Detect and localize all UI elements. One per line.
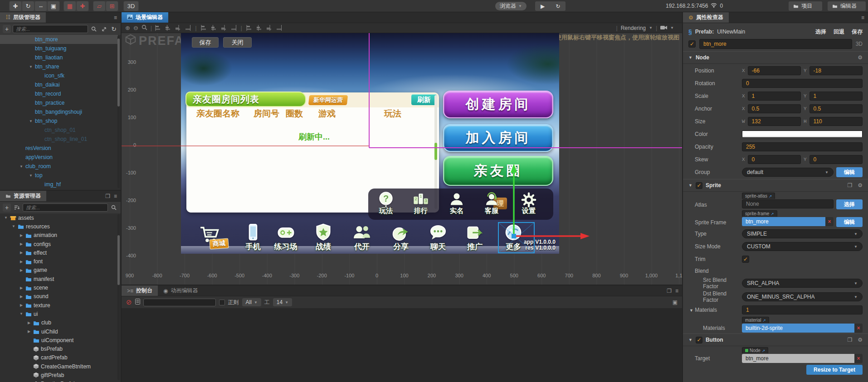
tab-assets[interactable]: 资源管理器 xyxy=(0,191,46,201)
camera-icon[interactable] xyxy=(660,25,667,31)
expand-arrow-icon[interactable]: ▶ xyxy=(19,260,24,264)
node-name-input[interactable]: btn_more xyxy=(699,39,852,49)
position-y-input[interactable]: -18 xyxy=(809,66,863,75)
game-button-手机[interactable]: 手机 xyxy=(242,222,264,252)
node-section-header[interactable]: ▼Node ⚙ xyxy=(683,51,868,64)
scale-x-input[interactable]: 1 xyxy=(748,92,801,101)
expand-arrow-icon[interactable]: ▼ xyxy=(4,216,8,220)
position-x-input[interactable]: -66 xyxy=(748,66,801,75)
panel-menu-icon[interactable]: ≡ xyxy=(861,15,864,21)
sort-icon[interactable] xyxy=(13,203,21,212)
rendering-dropdown[interactable]: Rendering xyxy=(621,25,646,31)
expand-arrow-icon[interactable]: ▶ xyxy=(19,268,24,272)
src-blend-select[interactable]: SRC_ALPHA▼ xyxy=(742,279,863,288)
move-tool-icon[interactable]: ✚ xyxy=(10,1,21,11)
clear-sprite-frame-icon[interactable]: × xyxy=(825,217,834,226)
float-panel-icon[interactable]: ❐ xyxy=(105,193,110,199)
expand-arrow-icon[interactable]: ▶ xyxy=(27,321,31,325)
align-icon[interactable] xyxy=(221,24,227,31)
asset-configs[interactable]: ▶configs xyxy=(0,240,118,248)
tab-scene-editor[interactable]: 场景编辑器 xyxy=(122,12,168,23)
expand-arrow-icon[interactable]: ▶ xyxy=(27,329,31,334)
asset-effect[interactable]: ▶effect xyxy=(0,248,118,257)
add-node-button[interactable]: + xyxy=(3,25,11,33)
game-button-推广[interactable]: 推广 xyxy=(464,222,486,252)
console-popout-icon[interactable]: ▣ xyxy=(673,299,678,305)
prefab-save-button[interactable]: 保存 xyxy=(192,37,219,48)
align-icon[interactable] xyxy=(155,24,161,31)
sprite-frame-edit-button[interactable]: 编辑 xyxy=(836,217,863,227)
sprite-section-header[interactable]: ▼ ✓ Sprite ❐ ⚙ xyxy=(683,179,868,192)
console-filter-input[interactable] xyxy=(143,299,216,306)
hierarchy-node-ctn_shop_line_01[interactable]: ctn_shop_line_01 xyxy=(0,135,118,144)
tab-console[interactable]: >≡ 控制台 xyxy=(122,285,158,296)
atlas-input[interactable]: None xyxy=(742,199,834,208)
expand-arrow-icon[interactable]: ▶ xyxy=(19,233,24,237)
expand-arrow-icon[interactable]: ▼ xyxy=(29,174,33,178)
expand-arrow-icon[interactable]: ▼ xyxy=(11,224,16,228)
align-icon[interactable] xyxy=(266,24,272,31)
sprite-frame-input[interactable]: btn_more xyxy=(742,217,825,226)
asset-animation[interactable]: ▶animation xyxy=(0,231,118,240)
sprite-enabled-checkbox[interactable]: ✓ xyxy=(696,182,702,189)
hierarchy-node-btn_more[interactable]: btn_more xyxy=(0,35,118,44)
game-button-分享[interactable]: 分享 xyxy=(390,222,412,252)
asset-game[interactable]: ▶game xyxy=(0,266,118,275)
hierarchy-node-btn_tuiguang[interactable]: btn_tuiguang xyxy=(0,44,118,53)
hierarchy-node-btn_shop[interactable]: ▼btn_shop xyxy=(0,116,118,126)
tab-animation-editor[interactable]: ◉ 动画编辑器 xyxy=(158,285,203,296)
search-icon[interactable] xyxy=(90,25,98,33)
anchor-x-input[interactable]: 0.5 xyxy=(748,104,801,113)
game-button-更多[interactable]: 更多 xyxy=(502,222,524,252)
play-button[interactable]: ▶ xyxy=(535,3,550,10)
gear-icon[interactable]: ⚙ xyxy=(858,337,863,343)
local-gizmo-icon[interactable]: ▱ xyxy=(93,1,105,11)
scale-tool-icon[interactable]: ⇔ xyxy=(35,1,47,11)
align-icon[interactable] xyxy=(276,24,282,31)
expand-arrow-icon[interactable]: ▼ xyxy=(19,164,24,169)
skew-y-input[interactable]: 0 xyxy=(809,155,863,164)
asset-giftPrefab[interactable]: giftPrefab xyxy=(0,371,118,379)
prefab-select-button[interactable]: 选择 xyxy=(815,28,826,36)
group-select[interactable]: default▼ xyxy=(742,168,834,177)
game-button-亲友圈[interactable]: 亲友圈 xyxy=(443,156,553,186)
expand-arrow-icon[interactable]: ▼ xyxy=(29,119,33,123)
global-gizmo-icon[interactable]: ⊞ xyxy=(106,1,118,11)
dst-blend-select[interactable]: ONE_MINUS_SRC_ALPHA▼ xyxy=(742,292,863,301)
search-icon[interactable] xyxy=(110,203,118,212)
game-button-创建房间[interactable]: 创建房间 xyxy=(443,91,553,118)
game-button-玩法[interactable]: ?玩法 xyxy=(376,190,395,215)
collapse-log-icon[interactable] xyxy=(135,299,140,306)
align-icon[interactable] xyxy=(201,24,207,31)
game-button-客服[interactable]: 客服 xyxy=(482,190,501,215)
material-input[interactable]: builtin-2d-sprite xyxy=(742,324,854,333)
button-section-header[interactable]: ▼ ✓ Button ❐ ⚙ xyxy=(683,334,868,346)
sprite-type-select[interactable]: SIMPLE▼ xyxy=(742,229,863,238)
anchor-mode-icon[interactable]: ✚ xyxy=(77,1,88,11)
asset-club[interactable]: ▶club xyxy=(0,319,118,327)
hierarchy-node-btn_liaotian[interactable]: btn_liaotian xyxy=(0,53,118,62)
expand-arrow-icon[interactable]: ▶ xyxy=(19,295,24,299)
tab-hierarchy[interactable]: 层级管理器 xyxy=(0,12,46,23)
expand-arrow-icon[interactable]: ▶ xyxy=(19,303,24,307)
game-button-加入房间[interactable]: 加入房间 xyxy=(443,124,553,152)
assets-scrollbar[interactable] xyxy=(117,214,120,380)
tab-inspector[interactable]: ⚙ 属性检查器 xyxy=(683,12,729,23)
skew-x-input[interactable]: 0 xyxy=(748,155,801,164)
node-active-checkbox[interactable]: ✓ xyxy=(688,40,696,48)
asset-font[interactable]: ▶font xyxy=(0,257,118,266)
panel-menu-icon[interactable]: ≡ xyxy=(114,193,117,199)
hierarchy-scrollbar[interactable] xyxy=(117,36,120,188)
3d-mode-button[interactable]: 3D xyxy=(124,1,138,11)
asset-manifest[interactable]: manifest xyxy=(0,275,118,283)
zoom-in-icon[interactable]: ⊕ xyxy=(125,24,130,31)
hierarchy-search-input[interactable] xyxy=(13,25,88,33)
asset-scene[interactable]: ▶scene xyxy=(0,283,118,292)
open-project-button[interactable]: 项目 xyxy=(789,1,822,11)
expand-arrow-icon[interactable]: ▼ xyxy=(19,312,24,316)
zoom-out-icon[interactable]: ⊖ xyxy=(133,24,138,31)
zoom-reset-icon[interactable] xyxy=(141,24,147,32)
clear-target-icon[interactable]: × xyxy=(854,354,863,363)
game-button-练习场[interactable]: 练习场 xyxy=(274,222,297,252)
asset-sound[interactable]: ▶sound xyxy=(0,292,118,301)
